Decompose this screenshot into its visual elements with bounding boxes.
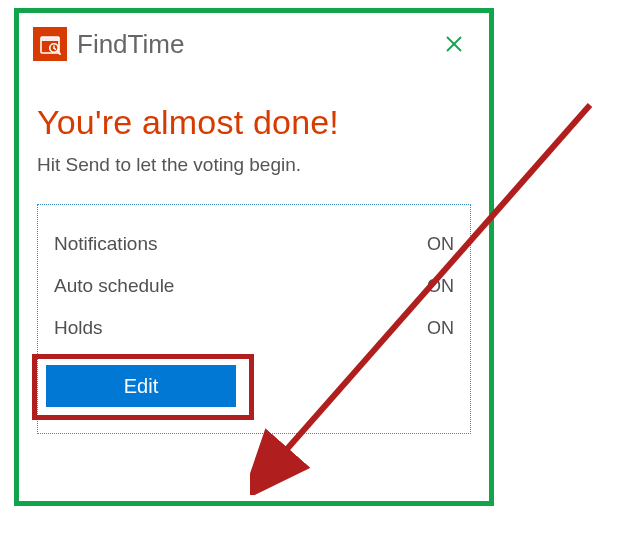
page-subheading: Hit Send to let the voting begin.: [37, 154, 471, 176]
setting-value: ON: [427, 276, 454, 297]
pane-header: FindTime: [23, 17, 485, 67]
edit-button-wrap: Edit: [50, 367, 458, 411]
setting-value: ON: [427, 234, 454, 255]
setting-label: Holds: [54, 317, 103, 339]
setting-label: Auto schedule: [54, 275, 174, 297]
setting-label: Notifications: [54, 233, 158, 255]
setting-row-holds: Holds ON: [50, 307, 458, 349]
findtime-logo-icon: [33, 27, 67, 61]
pane-body: You're almost done! Hit Send to let the …: [23, 67, 485, 444]
settings-summary-box: Notifications ON Auto schedule ON Holds …: [37, 204, 471, 434]
edit-button[interactable]: Edit: [46, 365, 236, 407]
setting-row-auto-schedule: Auto schedule ON: [50, 265, 458, 307]
svg-rect-1: [41, 37, 59, 41]
setting-value: ON: [427, 318, 454, 339]
close-button[interactable]: [439, 29, 469, 59]
svg-line-5: [54, 48, 56, 49]
findtime-pane: FindTime You're almost done! Hit Send to…: [23, 17, 485, 497]
setting-row-notifications: Notifications ON: [50, 223, 458, 265]
close-icon: [444, 34, 464, 54]
app-title: FindTime: [77, 29, 439, 60]
page-heading: You're almost done!: [37, 103, 471, 142]
annotation-green-outline: FindTime You're almost done! Hit Send to…: [14, 8, 494, 506]
